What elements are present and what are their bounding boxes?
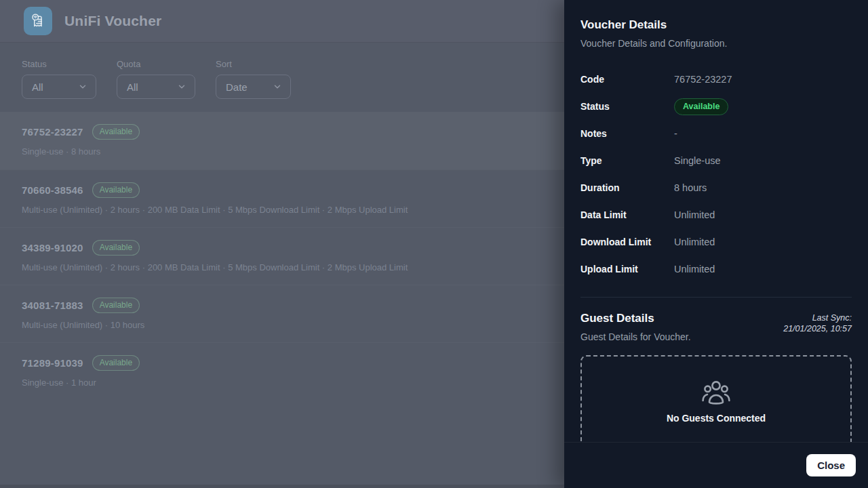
- empty-state-label: No Guests Connected: [667, 413, 766, 424]
- status-badge: Available: [92, 124, 140, 140]
- field-notes: Notes -: [580, 120, 852, 147]
- drawer-footer: Close: [564, 442, 868, 488]
- filter-sort-select[interactable]: Date: [216, 75, 291, 99]
- voucher-code: 71289-91039: [22, 357, 83, 369]
- filter-quota: Quota All: [117, 59, 195, 99]
- voucher-code: 34389-91020: [22, 242, 83, 253]
- drawer-title: Voucher Details: [580, 18, 852, 32]
- filter-status-label: Status: [22, 59, 96, 69]
- voucher-row[interactable]: 70660-38546 Available Multi-use (Unlimit…: [0, 169, 564, 227]
- filter-status-select[interactable]: All: [22, 75, 96, 99]
- status-badge: Available: [92, 355, 140, 371]
- status-badge: Available: [92, 298, 140, 313]
- field-label: Upload Limit: [580, 264, 674, 274]
- filter-sort-label: Sort: [216, 59, 291, 69]
- last-sync-value: 21/01/2025, 10:57: [783, 323, 852, 334]
- voucher-receipt-icon: [24, 7, 52, 35]
- field-label: Type: [580, 155, 674, 166]
- voucher-details-drawer: Voucher Details Voucher Details and Conf…: [564, 0, 868, 488]
- voucher-code: 76752-23227: [22, 126, 83, 138]
- filter-quota-select[interactable]: All: [117, 75, 195, 99]
- filter-quota-value: All: [127, 81, 138, 93]
- voucher-details-line: Multi-use (Unlimited) · 2 hours · 200 MB…: [22, 205, 542, 215]
- main-content-dimmed: UniFi Voucher Status All Quota All Sort: [0, 0, 564, 488]
- unifi-voucher-screen: UniFi Voucher Status All Quota All Sort: [0, 0, 868, 488]
- voucher-row[interactable]: 34081-71883 Available Multi-use (Unlimit…: [0, 285, 564, 342]
- field-status: Status Available: [580, 93, 852, 120]
- chevron-down-icon: [177, 82, 186, 92]
- voucher-fields: Code 76752-23227 Status Available Notes …: [580, 66, 852, 283]
- chevron-down-icon: [78, 82, 87, 92]
- voucher-details-line: Single-use · 1 hour: [22, 378, 542, 388]
- field-value: Unlimited: [674, 209, 715, 220]
- status-badge: Available: [92, 182, 140, 198]
- field-label: Status: [580, 101, 674, 112]
- voucher-details-line: Multi-use (Unlimited) · 2 hours · 200 MB…: [22, 262, 542, 272]
- field-value: Unlimited: [674, 264, 715, 274]
- field-label: Notes: [580, 128, 674, 139]
- status-badge: Available: [92, 240, 140, 256]
- voucher-row[interactable]: 71289-91039 Available Single-use · 1 hou…: [0, 342, 564, 400]
- field-value: 76752-23227: [674, 74, 732, 85]
- last-sync: Last Sync: 21/01/2025, 10:57: [783, 312, 852, 334]
- footer-strip: [0, 485, 564, 488]
- voucher-row[interactable]: 76752-23227 Available Single-use · 8 hou…: [0, 112, 564, 169]
- field-label: Data Limit: [580, 209, 674, 220]
- field-duration: Duration 8 hours: [580, 174, 852, 201]
- close-button[interactable]: Close: [806, 454, 856, 476]
- no-guests-empty-state: No Guests Connected: [580, 355, 852, 442]
- field-upload-limit: Upload Limit Unlimited: [580, 256, 852, 283]
- section-divider: [580, 297, 852, 298]
- filter-sort-value: Date: [226, 81, 248, 93]
- page-title: UniFi Voucher: [64, 13, 161, 29]
- filter-quota-label: Quota: [117, 59, 195, 69]
- guest-details-title: Guest Details: [580, 312, 691, 325]
- field-download-limit: Download Limit Unlimited: [580, 228, 852, 256]
- field-label: Download Limit: [580, 237, 674, 247]
- filter-sort: Sort Date: [216, 59, 291, 99]
- voucher-details-line: Single-use · 8 hours: [22, 146, 542, 157]
- drawer-subtitle: Voucher Details and Configuration.: [580, 38, 852, 49]
- field-value: 8 hours: [674, 182, 707, 193]
- field-value: Single-use: [674, 155, 721, 166]
- field-type: Type Single-use: [580, 147, 852, 174]
- field-label: Code: [580, 74, 674, 85]
- field-value: -: [674, 128, 677, 139]
- voucher-list: 76752-23227 Available Single-use · 8 hou…: [0, 112, 564, 400]
- voucher-code: 70660-38546: [22, 184, 83, 196]
- guest-details-header: Guest Details Guest Details for Voucher.…: [580, 312, 852, 342]
- field-label: Duration: [580, 182, 674, 193]
- guest-details-subtitle: Guest Details for Voucher.: [580, 331, 691, 342]
- voucher-row[interactable]: 34389-91020 Available Multi-use (Unlimit…: [0, 227, 564, 285]
- filter-status: Status All: [22, 59, 96, 99]
- app-header: UniFi Voucher: [0, 0, 564, 43]
- voucher-code: 34081-71883: [22, 300, 83, 311]
- filter-status-value: All: [32, 81, 43, 93]
- users-group-icon: [701, 380, 732, 407]
- field-code: Code 76752-23227: [580, 66, 852, 93]
- last-sync-label: Last Sync:: [783, 312, 852, 323]
- chevron-down-icon: [273, 82, 282, 92]
- field-data-limit: Data Limit Unlimited: [580, 201, 852, 228]
- filter-bar: Status All Quota All Sort Date: [0, 43, 564, 99]
- voucher-details-line: Multi-use (Unlimited) · 10 hours: [22, 320, 542, 330]
- field-value: Unlimited: [674, 237, 715, 247]
- drawer-content: Voucher Details Voucher Details and Conf…: [564, 0, 868, 442]
- status-badge: Available: [674, 98, 728, 115]
